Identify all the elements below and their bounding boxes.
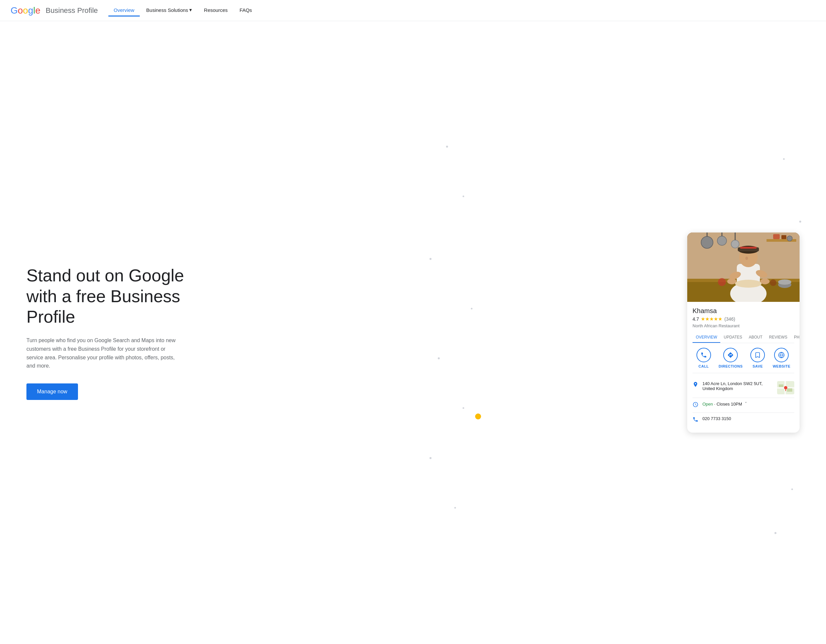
- svg-point-29: [770, 279, 776, 286]
- call-label: CALL: [699, 364, 709, 368]
- directions-action[interactable]: DIRECTIONS: [719, 348, 743, 368]
- tab-about[interactable]: ABOUT: [745, 332, 765, 343]
- business-card-section: Khamsa 4.7 ★★★★★ (346) North African Res…: [687, 232, 800, 433]
- svg-rect-37: [787, 389, 792, 392]
- card-image: [687, 232, 800, 302]
- google-logo: Google: [11, 5, 40, 16]
- hero-subtitle: Turn people who find you on Google Searc…: [26, 336, 179, 370]
- card-body: Khamsa 4.7 ★★★★★ (346) North African Res…: [687, 302, 800, 433]
- logo-e: e: [35, 5, 40, 16]
- call-action[interactable]: CALL: [697, 348, 711, 368]
- nav-link-business-solutions[interactable]: Business Solutions ▾: [141, 4, 197, 17]
- logo-g2: g: [28, 5, 33, 16]
- directions-icon: [723, 348, 738, 362]
- open-status: Open: [702, 402, 713, 407]
- hours-text: Open · Closes 10PM ˅: [702, 401, 794, 407]
- svg-point-4: [701, 237, 713, 248]
- svg-point-27: [735, 280, 762, 288]
- nav-title: Business Profile: [46, 6, 98, 15]
- stars-icon: ★★★★★: [701, 316, 722, 322]
- tab-reviews[interactable]: REVIEWS: [766, 332, 791, 343]
- website-icon: [774, 348, 789, 362]
- nav-link-faqs[interactable]: FAQs: [234, 5, 258, 17]
- svg-rect-11: [773, 234, 780, 239]
- save-label: SAVE: [753, 364, 763, 368]
- dot-decoration: [471, 308, 472, 310]
- phone-text: 020 7733 3150: [702, 416, 794, 421]
- tab-updates[interactable]: UPDATES: [720, 332, 745, 343]
- manage-now-button[interactable]: Manage now: [26, 384, 78, 400]
- tab-photo[interactable]: PHOTO: [791, 332, 800, 343]
- dropdown-chevron-icon: ▾: [189, 7, 192, 13]
- save-action[interactable]: SAVE: [750, 348, 765, 368]
- save-icon: [750, 348, 765, 362]
- dot-decoration: [799, 221, 801, 223]
- svg-rect-12: [781, 235, 786, 239]
- svg-point-31: [778, 279, 791, 285]
- hours-row: Open · Closes 10PM ˅: [692, 398, 794, 413]
- clock-icon: [692, 402, 699, 409]
- dot-decoration: [791, 488, 793, 490]
- address-row: 140 Acre Ln, London SW2 5UT, United King…: [692, 378, 794, 398]
- chef-image-svg: [687, 232, 800, 302]
- dot-decoration: [775, 532, 776, 534]
- hero-section: Stand out on Google with a free Business…: [26, 265, 198, 400]
- dot-decoration: [430, 457, 432, 459]
- dot-decoration: [446, 146, 448, 148]
- hours-chevron-icon[interactable]: ˅: [745, 401, 747, 407]
- rating-number: 4.7: [692, 316, 699, 322]
- svg-point-13: [787, 236, 792, 241]
- logo-o2: o: [23, 5, 28, 16]
- card-actions: CALL DIRECTIONS: [692, 348, 794, 373]
- logo-o1: o: [18, 5, 23, 16]
- svg-point-38: [784, 386, 787, 389]
- dot-decoration: [430, 258, 432, 260]
- svg-point-28: [718, 278, 726, 286]
- dot-decoration: [438, 358, 440, 359]
- phone-icon: [692, 416, 699, 424]
- business-name: Khamsa: [692, 307, 794, 315]
- dot-decoration: [454, 507, 456, 509]
- hours-separator: ·: [714, 402, 716, 407]
- map-thumbnail: [777, 381, 794, 394]
- business-card: Khamsa 4.7 ★★★★★ (346) North African Res…: [687, 232, 800, 433]
- rating-row: 4.7 ★★★★★ (346): [692, 316, 794, 322]
- svg-rect-15: [737, 264, 760, 294]
- card-tabs: OVERVIEW UPDATES ABOUT REVIEWS PHOTO: [692, 332, 794, 343]
- dot-decoration: [463, 195, 464, 197]
- navbar: Google Business Profile Overview Busines…: [0, 0, 826, 21]
- business-type: North African Restaurant: [692, 323, 794, 328]
- call-icon: [697, 348, 711, 362]
- nav-link-overview[interactable]: Overview: [109, 5, 140, 17]
- closing-time: Closes 10PM: [717, 402, 742, 407]
- website-action[interactable]: WEBSITE: [773, 348, 791, 368]
- location-icon: [692, 381, 699, 389]
- logo-g: G: [11, 5, 18, 16]
- directions-label: DIRECTIONS: [719, 364, 743, 368]
- nav-links: Overview Business Solutions ▾ Resources …: [109, 4, 257, 17]
- tab-overview[interactable]: OVERVIEW: [692, 332, 720, 343]
- main-content: Stand out on Google with a free Business…: [0, 21, 826, 644]
- svg-point-6: [731, 240, 739, 248]
- svg-point-26: [760, 279, 770, 284]
- svg-point-25: [727, 279, 736, 284]
- svg-rect-36: [779, 384, 783, 387]
- svg-point-22: [745, 257, 748, 260]
- hero-title: Stand out on Google with a free Business…: [26, 265, 198, 327]
- dot-decoration: [463, 407, 464, 409]
- yellow-dot-decoration: [475, 413, 481, 420]
- nav-link-resources[interactable]: Resources: [199, 5, 233, 17]
- svg-point-5: [717, 236, 727, 245]
- phone-row: 020 7733 3150: [692, 413, 794, 427]
- website-label: WEBSITE: [773, 364, 791, 368]
- svg-rect-21: [740, 247, 757, 249]
- dot-decoration: [783, 158, 785, 160]
- address-text: 140 Acre Ln, London SW2 5UT, United King…: [702, 381, 773, 391]
- rating-count: (346): [724, 316, 735, 322]
